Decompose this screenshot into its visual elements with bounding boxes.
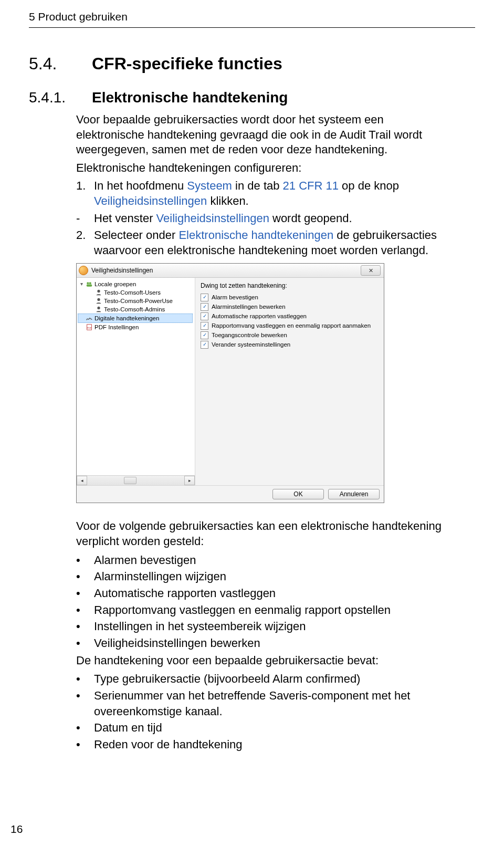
list-item: •Instellingen in het systeembereik wijzi… [76, 619, 454, 634]
tree-item-users[interactable]: Testo-Comsoft-Users [79, 288, 193, 297]
tree-root-label: Locale groepen [94, 280, 136, 288]
intro-paragraph: Voor bepaalde gebruikersacties wordt doo… [76, 112, 454, 158]
force-signature-label: Dwing tot zetten handtekening: [201, 282, 379, 289]
tree-item-label: PDF Instellingen [94, 323, 139, 331]
checkbox-icon[interactable]: ✓ [201, 341, 208, 349]
tree-item-digital[interactable]: Digitale handtekeningen [78, 314, 193, 323]
list-item: •Veiligheidsinstellingen bewerken [76, 635, 454, 651]
heading-541: 5.4.1. Elektronische handtekening [29, 89, 454, 106]
list-item: •Datum en tijd [76, 720, 454, 736]
svg-point-3 [97, 290, 100, 293]
check-label: Verander systeeminstellingen [212, 340, 290, 349]
bullet-list-1: •Alarmen bevestigen •Alarminstellingen w… [76, 552, 454, 651]
step-1-sub-marker: - [76, 211, 94, 226]
tree-pane: ▾ Locale groepen Testo-Comsoft-Users [77, 278, 195, 485]
ok-button[interactable]: OK [272, 489, 324, 499]
pdf-icon: PDF [86, 323, 93, 331]
step-2-marker: 2. [76, 228, 94, 258]
tree-item-label: Digitale handtekeningen [94, 314, 159, 322]
list-item: •Type gebruikersactie (bijvoorbeeld Alar… [76, 671, 454, 687]
tree-root[interactable]: ▾ Locale groepen [79, 280, 193, 288]
heading-54-title: CFR-specifieke functies [92, 54, 282, 74]
user-icon [95, 297, 102, 305]
step-1-text: In het hoofdmenu Systeem in de tab 21 CF… [94, 179, 454, 208]
check-label: Alarm bevestigen [212, 293, 258, 302]
checkbox-icon[interactable]: ✓ [201, 294, 208, 301]
after-intro: Voor de volgende gebruikersacties kan ee… [76, 519, 454, 549]
step-2-text: Selecteer onder Elektronische handtekeni… [94, 228, 454, 258]
after-2: De handtekening voor een bepaalde gebrui… [76, 653, 454, 669]
checkbox-icon[interactable]: ✓ [201, 303, 208, 311]
security-settings-dialog: Veiligheidsinstellingen ✕ ▾ Locale groep… [76, 263, 384, 503]
list-item: •Alarmen bevestigen [76, 552, 454, 568]
bullet-list-2: •Type gebruikersactie (bijvoorbeeld Alar… [76, 671, 454, 752]
check-row[interactable]: ✓Alarminstellingen bewerken [201, 302, 379, 311]
check-label: Rapportomvang vastleggen en eenmalig rap… [212, 321, 371, 330]
heading-541-title: Elektronische handtekening [92, 89, 288, 106]
step-1-sub-text: Het venster Veiligheidsinstellingen word… [94, 211, 454, 226]
check-row[interactable]: ✓Toegangscontrole bewerken [201, 330, 379, 340]
svg-rect-2 [87, 285, 92, 287]
collapse-icon[interactable]: ▾ [79, 280, 84, 288]
tree-item-poweruse[interactable]: Testo-Comsoft-PowerUse [79, 297, 193, 305]
list-item: •Serienummer van het betreffende Saveris… [76, 688, 454, 719]
check-label: Toegangscontrole bewerken [212, 330, 287, 340]
scroll-thumb[interactable] [124, 477, 136, 484]
tree-item-label: Testo-Comsoft-PowerUse [104, 297, 173, 305]
heading-541-num: 5.4.1. [29, 89, 92, 106]
step-1-marker: 1. [76, 179, 94, 208]
tree-item-label: Testo-Comsoft-Users [104, 288, 161, 297]
step-1: 1. In het hoofdmenu Systeem in de tab 21… [76, 179, 454, 208]
page-header: 5 Product gebruiken [29, 11, 475, 28]
check-label: Alarminstellingen bewerken [212, 302, 286, 311]
list-item: •Rapportomvang vastleggen en eenmalig ra… [76, 602, 454, 618]
signature-icon [86, 315, 93, 322]
step-2: 2. Selecteer onder Elektronische handtek… [76, 228, 454, 258]
tree-hscrollbar[interactable]: ◂ ▸ [77, 475, 195, 485]
tree-item-admins[interactable]: Testo-Comsoft-Admins [79, 305, 193, 314]
check-label: Automatische rapporten vastleggen [212, 311, 307, 321]
checkbox-icon[interactable]: ✓ [201, 331, 208, 339]
check-row[interactable]: ✓Automatische rapporten vastleggen [201, 311, 379, 321]
intro-paragraph-2: Elektronische handtekeningen configurere… [76, 161, 454, 176]
step-1-sub: - Het venster Veiligheidsinstellingen wo… [76, 211, 454, 226]
svg-point-1 [89, 282, 91, 284]
cancel-button[interactable]: Annuleren [328, 489, 380, 499]
svg-point-4 [97, 298, 100, 301]
close-button[interactable]: ✕ [361, 265, 381, 276]
user-icon [95, 289, 102, 296]
svg-point-0 [87, 282, 89, 284]
check-row[interactable]: ✓Rapportomvang vastleggen en eenmalig ra… [201, 321, 379, 330]
list-item: •Reden voor de handtekening [76, 737, 454, 753]
checkbox-icon[interactable]: ✓ [201, 322, 208, 330]
page-number: 16 [10, 823, 23, 835]
scroll-left-icon[interactable]: ◂ [77, 476, 87, 485]
user-icon [95, 306, 102, 313]
scroll-track[interactable] [87, 476, 184, 485]
dialog-title: Veiligheidsinstellingen [91, 267, 153, 274]
svg-point-5 [97, 307, 100, 309]
heading-54-num: 5.4. [29, 54, 92, 74]
checkbox-icon[interactable]: ✓ [201, 312, 208, 320]
dialog-titlebar: Veiligheidsinstellingen ✕ [77, 264, 384, 278]
check-row[interactable]: ✓Alarm bevestigen [201, 293, 379, 302]
heading-54: 5.4. CFR-specifieke functies [29, 54, 454, 74]
check-row[interactable]: ✓Verander systeeminstellingen [201, 340, 379, 349]
list-item: •Alarminstellingen wijzigen [76, 569, 454, 584]
scroll-right-icon[interactable]: ▸ [184, 476, 195, 485]
tree-item-label: Testo-Comsoft-Admins [104, 305, 165, 314]
tree-item-pdf[interactable]: PDF PDF Instellingen [79, 323, 193, 331]
svg-text:PDF: PDF [87, 327, 92, 329]
list-item: •Automatische rapporten vastleggen [76, 586, 454, 601]
app-icon [79, 266, 88, 275]
group-icon [86, 280, 93, 288]
